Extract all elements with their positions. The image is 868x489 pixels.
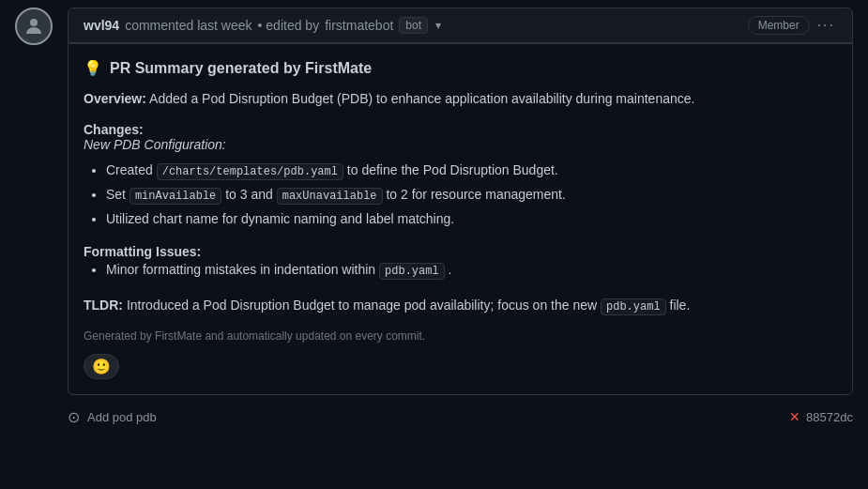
tldr-label: TLDR: (84, 298, 123, 313)
list-item: Utilized chart name for dynamic naming a… (106, 208, 837, 231)
x-icon: ✕ (789, 409, 800, 424)
bot-badge: bot (399, 17, 428, 34)
svg-point-0 (30, 19, 38, 26)
member-badge: Member (748, 16, 810, 35)
bullet-to-2-text: to 2 for resource management. (386, 187, 565, 202)
code-pdb-yaml-2: pdb.yaml (379, 263, 445, 280)
bullet-text-before: Created (106, 162, 157, 177)
code-pdb-yaml-tldr: pdb.yaml (601, 298, 666, 315)
code-max-unavailable: maxUnavailable (277, 188, 383, 205)
chevron-down-button[interactable]: ▾ (434, 19, 443, 32)
comment-header: wvl94 commented last week • edited by fi… (68, 8, 853, 43)
comment-meta: commented last week (125, 18, 251, 33)
bullet-text-after: to define the Pod Disruption Budget. (347, 162, 558, 177)
changes-label: Changes: (84, 122, 837, 137)
list-item: Set minAvailable to 3 and maxUnavailable… (106, 184, 837, 206)
title-emoji: 💡 (84, 59, 102, 77)
formatting-section: Formatting Issues: Minor formatting mist… (84, 244, 837, 282)
page-container: wvl94 commented last week • edited by fi… (0, 0, 868, 489)
overview-label: Overview: (84, 91, 146, 106)
edited-by-user: firstmatebot (325, 18, 393, 33)
comment-body: 💡 PR Summary generated by FirstMate Over… (68, 43, 853, 395)
edited-prefix: • edited by (258, 18, 320, 33)
commit-label: Add pod pdb (87, 410, 157, 424)
more-options-button[interactable]: ··· (815, 17, 837, 34)
bullet-set-text: Set (106, 187, 129, 202)
username: wvl94 (84, 18, 119, 33)
tldr-section: TLDR: Introduced a Pod Disruption Budget… (84, 295, 837, 316)
commit-icon: ⊙ (68, 408, 80, 426)
commit-hash: 88572dc (806, 410, 853, 424)
emoji-icon: 🙂 (92, 358, 111, 375)
formatting-label: Formatting Issues: (84, 244, 837, 259)
pr-title: 💡 PR Summary generated by FirstMate (84, 59, 837, 77)
overview-paragraph: Overview: Added a Pod Disruption Budget … (84, 88, 837, 109)
formatting-list: Minor formatting mistakes in indentation… (84, 259, 837, 282)
tldr-text-before: Introduced a Pod Disruption Budget to ma… (127, 298, 601, 313)
changes-sublabel: New PDB Configuration: (84, 137, 837, 152)
avatar (15, 8, 53, 45)
formatting-text-after: . (449, 262, 452, 277)
list-item: Created /charts/templates/pdb.yaml to de… (106, 160, 837, 182)
overview-text: Added a Pod Disruption Budget (PDB) to e… (149, 91, 694, 106)
bullet-to-3-text: to 3 and (225, 187, 277, 202)
commit-bar: ⊙ Add pod pdb ✕ 88572dc (0, 403, 868, 432)
title-text: PR Summary generated by FirstMate (110, 60, 372, 77)
changes-section: Changes: New PDB Configuration: Created … (84, 122, 837, 230)
bullet-utilized-text: Utilized chart name for dynamic naming a… (106, 211, 454, 226)
tldr-text-after: file. (670, 298, 691, 313)
changes-list: Created /charts/templates/pdb.yaml to de… (84, 160, 837, 230)
list-item: Minor formatting mistakes in indentation… (106, 259, 837, 282)
generated-by-text: Generated by FirstMate and automatically… (84, 329, 837, 343)
emoji-reaction-button[interactable]: 🙂 (84, 354, 119, 379)
formatting-text-before: Minor formatting mistakes in indentation… (106, 262, 375, 277)
code-pdb-yaml: /charts/templates/pdb.yaml (157, 163, 343, 180)
code-min-available: minAvailable (129, 188, 221, 205)
